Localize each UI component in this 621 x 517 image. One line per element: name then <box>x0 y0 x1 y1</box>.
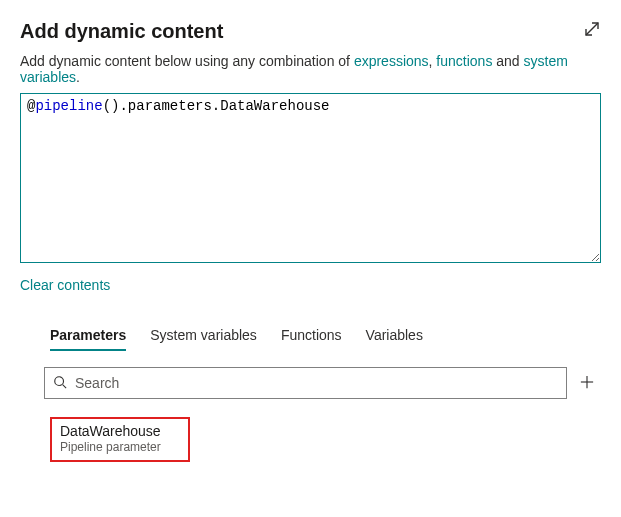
link-functions[interactable]: functions <box>436 53 492 69</box>
parameter-description: Pipeline parameter <box>60 440 180 454</box>
tab-parameters[interactable]: Parameters <box>50 327 126 351</box>
token-dot: . <box>119 98 127 114</box>
tab-functions[interactable]: Functions <box>281 327 342 351</box>
expression-editor[interactable]: @pipeline().parameters.DataWarehouse <box>20 93 601 263</box>
parameter-item-datawarehouse[interactable]: DataWarehouse Pipeline parameter <box>50 417 190 462</box>
clear-contents-link[interactable]: Clear contents <box>20 277 110 293</box>
token-keyword: pipeline <box>35 98 102 114</box>
intro-sep2: and <box>492 53 523 69</box>
add-button[interactable] <box>573 369 601 397</box>
intro-text: Add dynamic content below using any comb… <box>20 53 601 85</box>
token-parens: () <box>103 98 120 114</box>
intro-suffix: . <box>76 69 80 85</box>
tab-variables[interactable]: Variables <box>366 327 423 351</box>
tab-bar: Parameters System variables Functions Va… <box>20 327 601 351</box>
link-expressions[interactable]: expressions <box>354 53 429 69</box>
search-icon <box>53 375 67 392</box>
token-prop-parameters: parameters <box>128 98 212 114</box>
svg-line-2 <box>63 384 67 388</box>
svg-line-0 <box>586 23 598 35</box>
token-dot: . <box>212 98 220 114</box>
search-input[interactable] <box>73 374 558 392</box>
search-box[interactable] <box>44 367 567 399</box>
svg-point-1 <box>55 376 64 385</box>
expand-icon[interactable] <box>583 20 601 38</box>
tab-system-variables[interactable]: System variables <box>150 327 257 351</box>
token-prop-datawarehouse: DataWarehouse <box>220 98 329 114</box>
parameter-name: DataWarehouse <box>60 423 180 439</box>
panel-title: Add dynamic content <box>20 20 223 43</box>
intro-prefix: Add dynamic content below using any comb… <box>20 53 354 69</box>
plus-icon <box>580 373 594 394</box>
